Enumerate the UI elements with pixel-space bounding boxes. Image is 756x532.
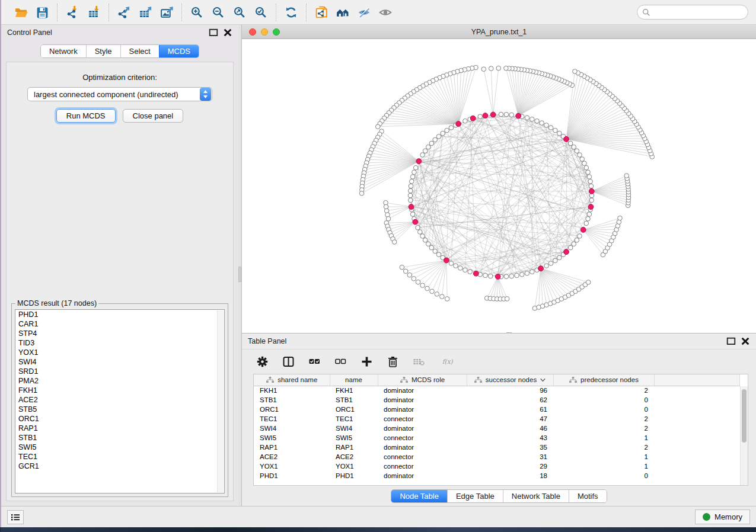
search-box[interactable] <box>637 5 748 20</box>
export-image-icon <box>160 6 174 19</box>
close-table-panel-icon[interactable] <box>741 337 750 345</box>
show-all-button[interactable] <box>377 4 394 21</box>
search-input[interactable] <box>653 8 745 17</box>
tab-motifs[interactable]: Motifs <box>569 490 607 502</box>
table-row[interactable]: ORC1ORC1dominator610 <box>254 405 740 414</box>
mcds-node-item[interactable]: PHD1 <box>15 310 224 319</box>
table-row[interactable]: SWI4SWI4dominator462 <box>254 424 740 433</box>
mcds-node-item[interactable]: SRD1 <box>15 367 224 376</box>
mcds-node-item[interactable]: RAP1 <box>15 424 224 433</box>
zoom-fit-button[interactable] <box>231 4 248 21</box>
zoom-out-icon <box>211 6 225 19</box>
memory-status-icon <box>703 513 710 521</box>
import-network-button[interactable] <box>63 4 81 21</box>
export-table-button[interactable] <box>136 4 154 21</box>
add-button[interactable] <box>359 355 374 369</box>
mcds-node-item[interactable]: CAR1 <box>15 319 224 329</box>
table-row[interactable]: YOX1YOX1connector291 <box>254 462 740 471</box>
duplicate-network-button[interactable] <box>312 4 330 21</box>
zoom-out-button[interactable] <box>209 4 227 21</box>
table-scrollbar[interactable] <box>740 386 748 485</box>
table-panel-title: Table Panel <box>248 337 286 345</box>
task-history-button[interactable] <box>7 510 24 524</box>
tab-select[interactable]: Select <box>120 45 159 57</box>
criterion-dropdown[interactable]: largest connected component (undirected) <box>27 87 212 101</box>
columns-button[interactable] <box>281 355 295 369</box>
memory-button[interactable]: Memory <box>695 509 750 524</box>
mcds-node-item[interactable]: SWI5 <box>15 443 224 452</box>
table-row[interactable]: SWI5SWI5connector431 <box>254 433 740 443</box>
gear-icon <box>256 355 269 368</box>
svg-text:f(x): f(x) <box>442 358 453 365</box>
mcds-node-item[interactable]: SWI4 <box>15 357 224 367</box>
tab-network[interactable]: Network <box>41 45 86 57</box>
column-header-predecessor-nodes[interactable]: predecessor nodes <box>553 374 654 386</box>
mcds-result-list[interactable]: PHD1CAR1STP4TID3YOX1SWI4SRD1PMA2FKH1ACE2… <box>15 309 225 493</box>
export-table-icon <box>138 6 152 19</box>
table-row[interactable]: ACE2ACE2connector311 <box>254 452 740 462</box>
tab-mcds[interactable]: MCDS <box>159 45 199 57</box>
network-titlebar: YPA_prune.txt_1 <box>242 25 756 39</box>
dropdown-stepper-icon <box>200 88 211 101</box>
zoom-selected-button[interactable] <box>252 4 270 21</box>
mcds-node-item[interactable]: TEC1 <box>15 452 224 462</box>
zoom-fit-icon <box>232 6 247 19</box>
close-panel-button[interactable]: Close panel <box>123 109 184 123</box>
hierarchy-icon <box>569 376 578 383</box>
float-panel-icon[interactable] <box>209 28 218 37</box>
export-image-button[interactable] <box>158 4 176 21</box>
mcds-node-item[interactable]: ORC1 <box>15 414 224 424</box>
select-all-button[interactable] <box>307 355 321 369</box>
column-header-successor-nodes[interactable]: successor nodes <box>467 374 553 386</box>
mcds-node-item[interactable]: STB5 <box>15 405 224 414</box>
deselect-all-button[interactable] <box>333 355 347 369</box>
mcds-result-box: MCDS result (17 nodes) PHD1CAR1STP4TID3Y… <box>11 299 228 497</box>
hide-selected-button[interactable] <box>355 4 373 21</box>
network-canvas[interactable] <box>242 39 756 333</box>
memory-label: Memory <box>714 512 742 521</box>
gear-button[interactable] <box>255 355 269 369</box>
tab-node-table[interactable]: Node Table <box>391 490 447 502</box>
export-network-button[interactable] <box>115 4 133 21</box>
tab-edge-table[interactable]: Edge Table <box>447 490 503 502</box>
table-row[interactable]: FKH1FKH1dominator962 <box>254 386 740 395</box>
mcds-node-item[interactable]: GCR1 <box>15 462 224 471</box>
node-table[interactable]: shared namenameMCDS rolesuccessor nodesp… <box>253 374 748 486</box>
trash-button[interactable] <box>385 355 400 369</box>
open-folder-button[interactable] <box>12 4 30 21</box>
column-header-shared-name[interactable]: shared name <box>254 374 330 386</box>
table-row[interactable]: TEC1TEC1connector472 <box>254 414 740 424</box>
float-table-panel-icon[interactable] <box>726 337 736 345</box>
mcds-node-item[interactable]: PMA2 <box>15 376 224 386</box>
refresh-button[interactable] <box>282 4 300 21</box>
hierarchy-icon <box>400 376 409 383</box>
table-toolbar: f(x) <box>242 349 756 374</box>
mcds-list-scrollbar[interactable] <box>217 310 224 492</box>
mcds-node-item[interactable]: FKH1 <box>15 386 224 395</box>
column-header-MCDS-role[interactable]: MCDS role <box>378 374 467 386</box>
tab-style[interactable]: Style <box>86 45 120 57</box>
zoom-in-button[interactable] <box>188 4 206 21</box>
mcds-node-item[interactable]: YOX1 <box>15 348 224 357</box>
close-panel-icon[interactable] <box>223 28 232 37</box>
optimization-criterion-label: Optimization criterion: <box>7 73 233 82</box>
import-table-button[interactable] <box>85 4 103 21</box>
mcds-node-item[interactable]: TID3 <box>15 338 224 348</box>
mcds-node-item[interactable]: STP4 <box>15 329 224 338</box>
delete-table-button <box>412 355 426 369</box>
table-row[interactable]: PHD1PHD1dominator180 <box>254 471 740 480</box>
network-graph[interactable] <box>242 39 756 333</box>
mcds-node-item[interactable]: STB1 <box>15 433 224 443</box>
table-row[interactable]: RAP1RAP1dominator352 <box>254 443 740 452</box>
mcds-node-item[interactable]: ACE2 <box>15 395 224 405</box>
run-mcds-button[interactable]: Run MCDS <box>56 109 116 123</box>
column-header-name[interactable]: name <box>330 374 378 386</box>
hierarchy-icon <box>266 376 275 383</box>
status-bar: Memory <box>1 506 756 527</box>
table-row[interactable]: STB1STB1dominator620 <box>254 395 740 405</box>
sort-chevron-icon <box>540 377 546 383</box>
tab-network-table[interactable]: Network Table <box>503 490 569 502</box>
save-button[interactable] <box>33 4 51 21</box>
mcds-panel: Optimization criterion: largest connecte… <box>6 62 234 501</box>
first-neighbors-button[interactable] <box>334 4 352 21</box>
